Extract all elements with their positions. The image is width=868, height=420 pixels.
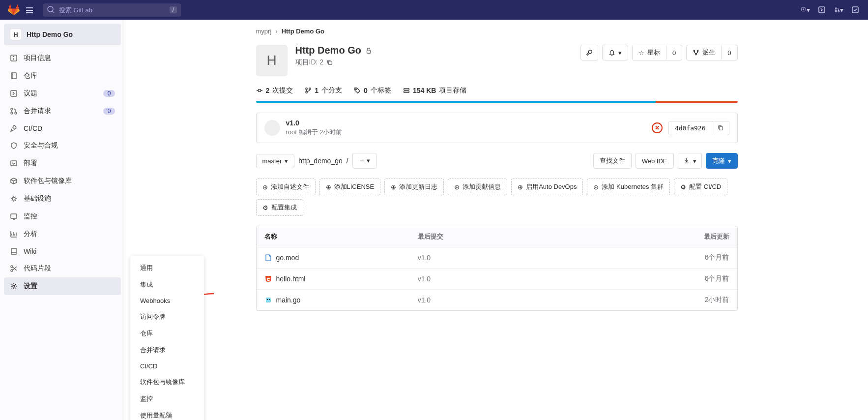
commit-sha[interactable]: 4d0fa926: [668, 121, 712, 135]
suggest-integrations[interactable]: ⚙ 配置集成: [256, 199, 303, 216]
download-button[interactable]: ▾: [678, 153, 702, 169]
chevron-right-icon: ›: [275, 28, 277, 35]
svg-rect-20: [328, 61, 332, 64]
gitlab-logo-icon[interactable]: [8, 4, 20, 16]
path-breadcrumb[interactable]: http_demo_go: [298, 157, 343, 165]
project-avatar: H: [10, 29, 22, 40]
sidebar-item-analytics[interactable]: 分析: [4, 225, 121, 243]
suggest-license[interactable]: ⊕ 添加LICENSE: [319, 179, 381, 195]
sidebar-label: Wiki: [24, 247, 36, 255]
project-title: Http Demo Go: [295, 45, 361, 56]
copy-id-icon[interactable]: [326, 59, 333, 66]
sidebar-project-link[interactable]: H Http Demo Go: [4, 24, 121, 45]
star-button[interactable]: ☆ 星标: [632, 45, 666, 60]
repository-icon: [10, 72, 18, 80]
gear-icon: ⚙: [262, 204, 268, 211]
web-ide-button[interactable]: Web IDE: [636, 153, 674, 169]
book-icon: [10, 247, 18, 255]
flyout-item-packages[interactable]: 软件包与镜像库: [130, 374, 204, 390]
table-row[interactable]: hello.html v1.0 6个月前: [257, 269, 737, 290]
svg-rect-15: [11, 214, 17, 218]
stat-storage[interactable]: 154 KB 项目存储: [403, 86, 466, 95]
sidebar-item-cicd[interactable]: CI/CD: [4, 120, 121, 137]
sidebar-item-infrastructure[interactable]: 基础设施: [4, 190, 121, 208]
sidebar-item-wiki[interactable]: Wiki: [4, 243, 121, 260]
star-count[interactable]: 0: [666, 45, 682, 60]
merge-requests-icon[interactable]: ▾: [835, 5, 843, 14]
svg-rect-32: [266, 298, 271, 302]
fork-count[interactable]: 0: [722, 45, 737, 60]
plus-box-icon: ⊕: [391, 183, 396, 191]
add-file-dropdown[interactable]: ＋ ▾: [352, 153, 377, 169]
sidebar-label: CI/CD: [24, 124, 42, 132]
flyout-item-integrations[interactable]: 集成: [130, 276, 204, 293]
search-shortcut-badge: /: [170, 6, 177, 13]
flyout-item-merge-requests[interactable]: 合并请求: [130, 342, 204, 359]
language-bar[interactable]: [256, 101, 738, 103]
flyout-item-cicd[interactable]: CI/CD: [130, 359, 204, 374]
sidebar: H Http Demo Go 项目信息 仓库 议题 0 合并请求 0 CI/CD: [0, 20, 125, 420]
plus-box-icon: ⊕: [454, 183, 460, 191]
find-file-button[interactable]: 查找文件: [593, 153, 632, 169]
stat-tags[interactable]: 0 个标签: [354, 86, 391, 95]
sidebar-project-name: Http Demo Go: [27, 30, 73, 38]
sidebar-item-packages[interactable]: 软件包与镜像库: [4, 172, 121, 190]
clone-button[interactable]: 克隆 ▾: [706, 153, 738, 169]
svg-point-34: [269, 299, 270, 300]
svg-point-12: [15, 112, 17, 114]
suggest-ci[interactable]: ⚙ 配置 CI/CD: [674, 179, 727, 195]
fork-button[interactable]: 派生: [686, 45, 722, 60]
commit-title[interactable]: v1.0: [286, 119, 652, 127]
sidebar-item-snippets[interactable]: 代码片段: [4, 260, 121, 277]
sidebar-item-monitor[interactable]: 监控: [4, 208, 121, 225]
suggest-changelog[interactable]: ⊕ 添加更新日志: [384, 179, 444, 195]
svg-point-18: [13, 285, 15, 287]
sidebar-label: 代码片段: [24, 264, 51, 273]
svg-point-17: [11, 270, 13, 271]
breadcrumb-group[interactable]: myprj: [256, 28, 272, 35]
sidebar-item-issues[interactable]: 议题 0: [4, 85, 121, 102]
table-row[interactable]: main.go v1.0 2小时前: [257, 290, 737, 310]
svg-point-26: [309, 88, 311, 90]
file-tree-table: 名称 最后提交 最后更新 go.mod v1.0 6个月前 hello.html…: [256, 226, 738, 311]
suggest-readme[interactable]: ⊕ 添加自述文件: [256, 179, 316, 195]
suggest-contributing[interactable]: ⊕ 添加贡献信息: [448, 179, 507, 195]
go-file-icon: [264, 296, 272, 304]
todos-icon[interactable]: [851, 5, 860, 14]
plus-dropdown-icon[interactable]: ▾: [801, 5, 810, 14]
commit-author-avatar[interactable]: [264, 120, 280, 136]
copy-sha-icon[interactable]: [712, 121, 729, 135]
wrench-button[interactable]: [580, 45, 598, 60]
suggest-kubernetes[interactable]: ⊕ 添加 Kubernetes 集群: [587, 179, 670, 195]
project-avatar-large: H: [256, 45, 288, 76]
mr-badge: 0: [103, 108, 115, 115]
sidebar-item-settings[interactable]: 设置: [4, 277, 121, 295]
sidebar-item-deployments[interactable]: 部署: [4, 154, 121, 172]
flyout-item-access-tokens[interactable]: 访问令牌: [130, 308, 204, 325]
deploy-icon: [10, 159, 18, 167]
svg-point-28: [356, 89, 357, 90]
notification-button[interactable]: ▾: [602, 45, 628, 60]
breadcrumb-project[interactable]: Http Demo Go: [282, 28, 324, 35]
flyout-item-general[interactable]: 通用: [130, 260, 204, 276]
stat-branches[interactable]: 1 个分支: [305, 86, 342, 95]
sidebar-item-merge-requests[interactable]: 合并请求 0: [4, 102, 121, 120]
sidebar-item-project-info[interactable]: 项目信息: [4, 49, 121, 67]
pipeline-failed-icon[interactable]: ✕: [652, 122, 663, 133]
flyout-item-webhooks[interactable]: Webhooks: [130, 293, 204, 308]
table-row[interactable]: go.mod v1.0 6个月前: [257, 247, 737, 269]
sidebar-label: 监控: [24, 212, 37, 221]
suggest-auto-devops[interactable]: ⊕ 启用Auto DevOps: [511, 179, 583, 195]
sidebar-item-security[interactable]: 安全与合规: [4, 137, 121, 154]
flyout-item-repository[interactable]: 仓库: [130, 325, 204, 342]
table-head-name: 名称: [264, 232, 418, 241]
hamburger-icon[interactable]: [24, 4, 35, 16]
stat-commits[interactable]: 2 次提交: [256, 86, 293, 95]
flyout-item-monitor[interactable]: 监控: [130, 390, 204, 407]
sidebar-item-repository[interactable]: 仓库: [4, 67, 121, 85]
search-input[interactable]: [43, 3, 181, 17]
issues-icon[interactable]: [818, 5, 827, 14]
flyout-item-usage-quotas[interactable]: 使用量配额: [130, 407, 204, 420]
plus-box-icon: ⊕: [518, 183, 523, 191]
branch-dropdown[interactable]: master ▾: [256, 154, 295, 168]
